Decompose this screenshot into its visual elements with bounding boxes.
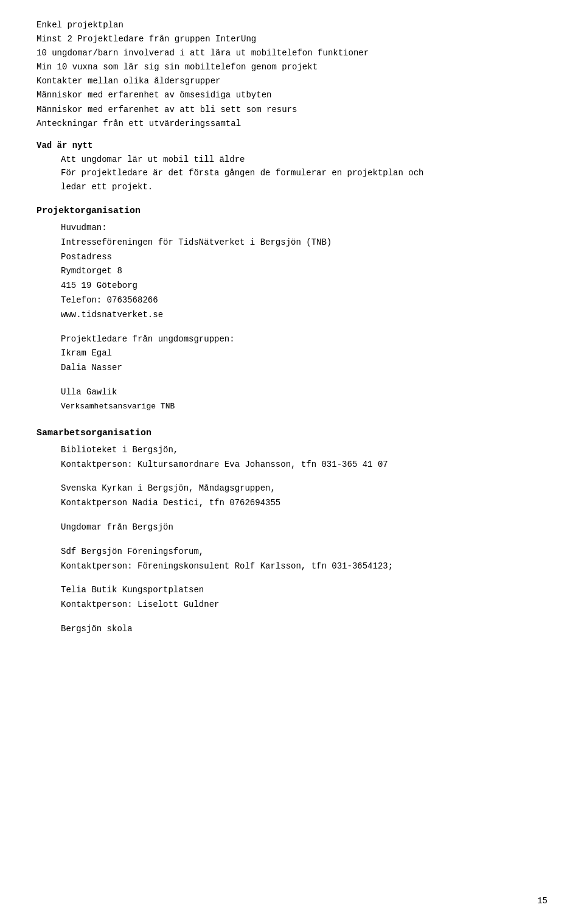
vad-ar-nytt-section: Vad är nytt Att ungdomar lär ut mobil ti… xyxy=(36,141,548,194)
partner-5-contact: Kontaktperson: Liselott Guldner xyxy=(61,598,548,612)
partner-3: Ungdomar från Bergsjön xyxy=(61,520,548,535)
intro-line-6: Människor med erfarenhet av ömsesidiga u… xyxy=(36,88,548,102)
partner-4-contact: Kontaktperson: Föreningskonsulent Rolf K… xyxy=(61,559,548,574)
intro-line-4: Min 10 vuxna som lär sig sin mobiltelefo… xyxy=(36,60,548,74)
intro-section: Enkel projektplan Minst 2 Projektledare … xyxy=(36,18,548,131)
intro-line-5: Kontakter mellan olika åldersgrupper xyxy=(36,74,548,88)
projektledare-name-1: Ikram Egal xyxy=(61,346,548,361)
org-line-1: Intresseföreningen för TidsNätverket i B… xyxy=(61,236,548,250)
org-line-2: Postadress xyxy=(61,250,548,265)
intro-line-2: Minst 2 Projektledare från gruppen Inter… xyxy=(36,32,548,46)
partner-5: Telia Butik Kungsportplatsen Kontaktpers… xyxy=(61,583,548,612)
partner-4-name: Sdf Bergsjön Föreningsforum, xyxy=(61,545,548,559)
partner-3-name: Ungdomar från Bergsjön xyxy=(61,520,548,535)
vad-ar-nytt-line-3: ledar ett projekt. xyxy=(61,180,548,194)
intro-line-7: Människor med erfarenhet av att bli sett… xyxy=(36,103,548,117)
projektorganisation-heading: Projektorganisation xyxy=(36,206,548,216)
partner-2: Svenska Kyrkan i Bergsjön, Måndagsgruppe… xyxy=(61,481,548,511)
org-line-6: www.tidsnatverket.se xyxy=(61,308,548,323)
intro-line-3: 10 ungdomar/barn involverad i att lära u… xyxy=(36,46,548,60)
partner-1: Biblioteket i Bergsjön, Kontaktperson: K… xyxy=(61,443,548,472)
partner-1-name: Biblioteket i Bergsjön, xyxy=(61,443,548,458)
partner-4: Sdf Bergsjön Föreningsforum, Kontaktpers… xyxy=(61,545,548,574)
intro-line-8: Anteckningar från ett utvärderingssamtal xyxy=(36,117,548,131)
vad-ar-nytt-line-1: Att ungdomar lär ut mobil till äldre xyxy=(61,153,548,166)
org-line-4: 415 19 Göteborg xyxy=(61,279,548,293)
partner-2-name: Svenska Kyrkan i Bergsjön, Måndagsgruppe… xyxy=(61,481,548,496)
samarbetsorganisation-section: Samarbetsorganisation Biblioteket i Berg… xyxy=(36,428,548,637)
partner-6-name: Bergsjön skola xyxy=(61,622,548,637)
org-block: Huvudman: Intresseföreningen för TidsNät… xyxy=(61,221,548,323)
vad-ar-nytt-content: Att ungdomar lär ut mobil till äldre För… xyxy=(61,153,548,194)
page: Enkel projektplan Minst 2 Projektledare … xyxy=(0,0,584,924)
partner-2-contact: Kontaktperson Nadia Destici, tfn 0762694… xyxy=(61,496,548,511)
partner-1-contact: Kontaktperson: Kultursamordnare Eva Joha… xyxy=(61,458,548,472)
verksamhetsansvarig-name: Ulla Gawlik xyxy=(61,385,548,400)
verksamhetsansvarig-role: Verksamhetsansvarige TNB xyxy=(61,400,548,413)
huvudman-label: Huvudman: xyxy=(61,221,548,236)
page-number: 15 xyxy=(537,896,548,906)
vad-ar-nytt-heading: Vad är nytt xyxy=(36,141,548,150)
verksamhetsansvarig-subsection: Ulla Gawlik Verksamhetsansvarige TNB xyxy=(61,385,548,413)
projektledare-subsection: Projektledare från ungdomsgruppen: Ikram… xyxy=(61,332,548,376)
intro-line-1: Enkel projektplan xyxy=(36,18,548,32)
samarbetsorganisation-heading: Samarbetsorganisation xyxy=(36,428,548,438)
projektledare-name-2: Dalia Nasser xyxy=(61,361,548,376)
partner-6: Bergsjön skola xyxy=(61,622,548,637)
projektorganisation-section: Projektorganisation Huvudman: Intressefö… xyxy=(36,206,548,413)
org-line-3: Rymdtorget 8 xyxy=(61,264,548,279)
org-line-5: Telefon: 0763568266 xyxy=(61,293,548,308)
partner-5-name: Telia Butik Kungsportplatsen xyxy=(61,583,548,598)
projektledare-label: Projektledare från ungdomsgruppen: xyxy=(61,332,548,347)
vad-ar-nytt-line-2: För projektledare är det första gången d… xyxy=(61,166,548,180)
